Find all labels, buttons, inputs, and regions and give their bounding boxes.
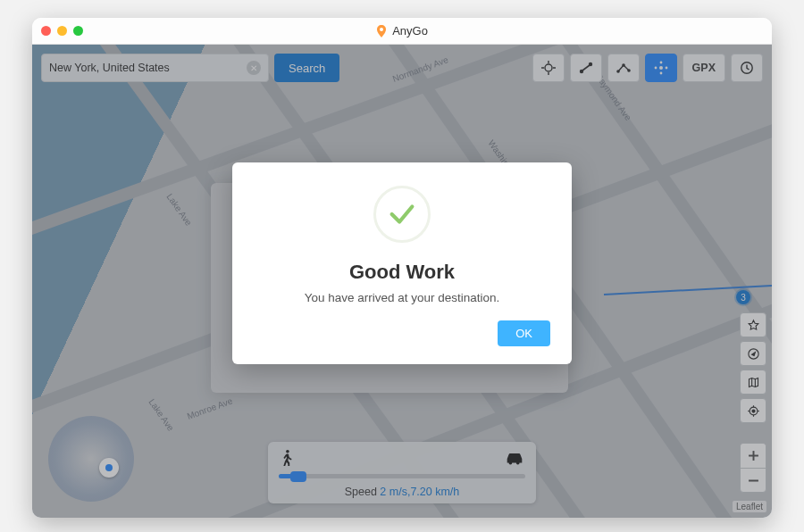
window-title-text: AnyGo (392, 24, 428, 37)
dialog-title: Good Work (349, 261, 455, 284)
window-controls (41, 26, 83, 36)
success-check-icon (373, 186, 431, 243)
app-pin-icon (376, 25, 387, 37)
titlebar: AnyGo (32, 18, 772, 45)
content-area: Lake Ave Lake Ave Monroe Ave Washington … (32, 45, 772, 518)
minimize-window-button[interactable] (57, 26, 67, 36)
app-window: AnyGo Lake Ave Lake Ave Monr (32, 18, 772, 518)
modal-backdrop: Good Work You have arrived at your desti… (32, 45, 772, 518)
svg-point-0 (380, 28, 383, 31)
window-title: AnyGo (32, 24, 772, 37)
fullscreen-window-button[interactable] (73, 26, 83, 36)
dialog-message: You have arrived at your destination. (305, 291, 500, 304)
ok-button[interactable]: OK (498, 320, 550, 346)
close-window-button[interactable] (41, 26, 51, 36)
arrival-dialog: Good Work You have arrived at your desti… (232, 162, 572, 364)
